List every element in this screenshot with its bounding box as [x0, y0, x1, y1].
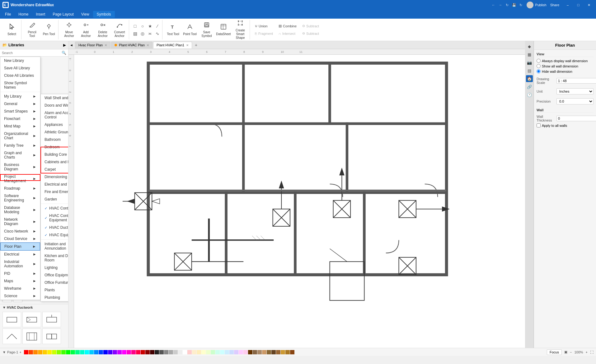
color-swatch[interactable]	[248, 350, 252, 354]
sm-plumbing[interactable]: Plumbing	[41, 294, 68, 301]
color-swatch[interactable]	[290, 350, 294, 354]
color-swatch[interactable]	[89, 350, 94, 354]
color-swatch[interactable]	[117, 350, 122, 354]
color-swatch[interactable]	[141, 350, 145, 354]
color-swatch[interactable]	[52, 350, 56, 354]
color-swatch[interactable]	[136, 350, 140, 354]
color-swatch[interactable]	[75, 350, 80, 354]
hide-radio[interactable]: Hide wall dimension	[537, 69, 572, 73]
sm-kitchen[interactable]: Kitchen and Dining Room	[41, 252, 68, 264]
sm-hvac-equipment[interactable]: HVAC Controls Equipment	[41, 212, 68, 224]
show-all-radio[interactable]: Show all wall dimension	[537, 64, 578, 68]
page-1-tab[interactable]: ▼	[2, 350, 6, 354]
pencil-tool-btn[interactable]: Pencil Tool	[24, 21, 40, 39]
cm-mind-map[interactable]: Mind Map ►	[0, 122, 40, 130]
cm-database[interactable]: Database Modeling ►	[0, 204, 40, 216]
close-btn[interactable]: ✕	[584, 2, 594, 8]
focus-btn[interactable]: Focus	[547, 349, 562, 355]
color-swatch[interactable]	[155, 350, 159, 354]
color-swatch[interactable]	[150, 350, 154, 354]
convert-anchor-btn[interactable]: Convert Anchor	[111, 21, 128, 39]
cm-roadmap[interactable]: Roadmap ►	[0, 185, 40, 192]
cm-business[interactable]: Business Diagram ►	[0, 161, 40, 173]
color-swatch[interactable]	[201, 350, 206, 354]
hvac-item-4[interactable]	[2, 329, 21, 344]
cm-floor-plan[interactable]: Floor Plan ►	[0, 242, 40, 251]
sm-cabinets[interactable]: Cabinets and Bookcases	[41, 158, 68, 166]
sm-plants[interactable]: Plants	[41, 286, 68, 294]
fragment-btn[interactable]: ⎘ Fragment	[252, 30, 275, 37]
color-swatch[interactable]	[211, 350, 215, 354]
cm-science[interactable]: Science ►	[0, 292, 40, 300]
tab-plant1-close[interactable]: ✕	[186, 44, 189, 47]
sm-hvac-ductwork[interactable]: HVAC Ductwork	[41, 224, 68, 231]
color-swatch[interactable]	[178, 350, 182, 354]
sm-appliances[interactable]: Appliances	[41, 121, 68, 128]
save-btn[interactable]: 💾	[511, 2, 517, 8]
rp-icon-view[interactable]: ◆	[526, 43, 533, 50]
add-tab-btn[interactable]: +	[193, 42, 199, 48]
menu-file[interactable]: File	[1, 11, 15, 18]
color-swatch[interactable]	[66, 350, 70, 354]
cm-family-tree[interactable]: Family Tree ►	[0, 142, 40, 149]
drawing-scale-input[interactable]	[556, 78, 596, 84]
color-swatch[interactable]	[71, 350, 75, 354]
color-swatch[interactable]	[24, 350, 28, 354]
circle-shape[interactable]: ○	[139, 23, 146, 30]
cm-industrial[interactable]: Industrial Automation ►	[0, 258, 40, 270]
menu-insert[interactable]: Insert	[32, 11, 49, 18]
color-swatch[interactable]	[103, 350, 108, 354]
hvac-item-2[interactable]	[22, 312, 41, 327]
color-swatch[interactable]	[234, 350, 238, 354]
tab-hvac-floor-close[interactable]: ✕	[105, 44, 107, 47]
sm-wall-shell[interactable]: Wall Shell and Structure	[41, 94, 68, 102]
combine-btn[interactable]: ▤ Combine	[276, 23, 299, 30]
rp-icon-layers[interactable]: ▤	[526, 67, 533, 74]
pen-tool-btn[interactable]: Pen Tool	[41, 21, 57, 39]
color-swatch[interactable]	[164, 350, 168, 354]
sidebar-collapse-btn[interactable]: ▶	[63, 43, 66, 47]
cm-show-symbols[interactable]: Show Symbol Names	[0, 79, 40, 91]
subtract-btn-1[interactable]: ⊖ Subtract	[300, 23, 321, 30]
line-shape[interactable]: ∕	[154, 23, 161, 30]
color-swatch[interactable]	[262, 350, 266, 354]
sm-lighting[interactable]: Lighting	[41, 264, 68, 271]
menu-view[interactable]: View	[77, 11, 93, 18]
color-swatch[interactable]	[145, 350, 150, 354]
color-swatch[interactable]	[281, 350, 285, 354]
smart-shape-btn[interactable]: Create Smart Shape	[232, 21, 248, 39]
rectangle-shape[interactable]: □	[132, 23, 138, 30]
save-symbol-btn[interactable]: Save Symbol	[199, 21, 215, 39]
rounded-rect-shape[interactable]: ▤	[132, 30, 138, 37]
tab-plant-hvac[interactable]: Plant HVAC Plan ✕	[111, 42, 153, 48]
color-swatch[interactable]	[57, 350, 61, 354]
point-tool-btn[interactable]: Point Tool	[182, 21, 198, 39]
always-display-radio[interactable]: Always display wall dimension	[537, 59, 588, 63]
unit-select[interactable]: Inches Centimeters Millimeters	[556, 88, 594, 94]
star-shape[interactable]: ★	[147, 23, 153, 30]
color-swatch[interactable]	[183, 350, 187, 354]
cm-graphs[interactable]: Graph and Charts ►	[0, 149, 40, 161]
color-swatch[interactable]	[131, 350, 136, 354]
select-tool-btn[interactable]: Select	[4, 21, 20, 39]
rp-icon-history[interactable]: 🕐	[526, 91, 533, 98]
intersect-btn[interactable]: ∩ Intersect	[276, 30, 299, 37]
search-input[interactable]	[2, 51, 62, 55]
color-swatch[interactable]	[220, 350, 224, 354]
color-swatch[interactable]	[85, 350, 89, 354]
color-swatch[interactable]	[267, 350, 271, 354]
page-add-btn[interactable]: +	[19, 350, 21, 354]
sm-fire[interactable]: Fire and Emergency	[41, 188, 68, 196]
sm-hvac-equip2[interactable]: HVAC Equipment	[41, 231, 68, 239]
menu-home[interactable]: Home	[15, 11, 32, 18]
cm-org-chart[interactable]: Organizational Chart ►	[0, 130, 40, 142]
cm-my-library[interactable]: My Library ►	[0, 93, 40, 100]
zoom-out-btn[interactable]: −	[570, 350, 572, 354]
color-swatch[interactable]	[215, 350, 220, 354]
color-swatch[interactable]	[253, 350, 257, 354]
color-swatch[interactable]	[113, 350, 117, 354]
color-swatch[interactable]	[38, 350, 42, 354]
arc-shape[interactable]: ≍	[147, 30, 153, 37]
color-swatch[interactable]	[80, 350, 84, 354]
apply-walls-checkbox[interactable]: Apply to all walls	[537, 123, 567, 127]
